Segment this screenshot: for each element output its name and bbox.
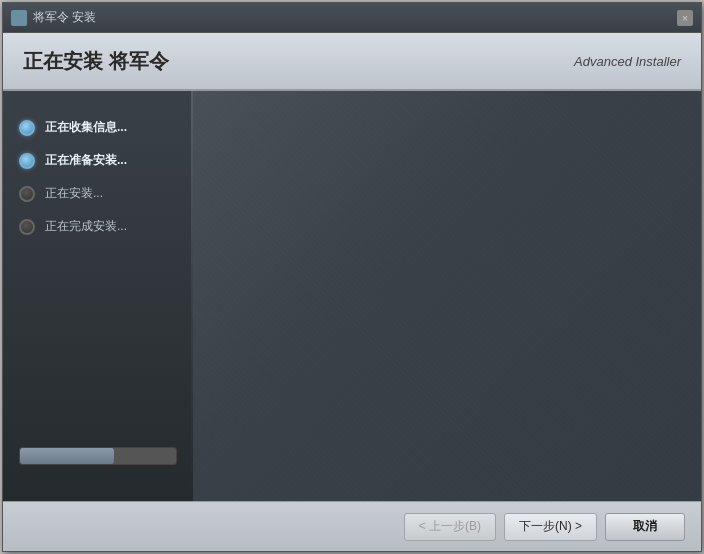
cancel-button[interactable]: 取消 — [605, 513, 685, 541]
progress-bar-container — [19, 447, 177, 465]
main-content: 正在收集信息... 正在准备安装... 正在安装... 正在完成安装... — [3, 91, 701, 501]
brand-label: Advanced Installer — [574, 54, 681, 69]
step-item-collect: 正在收集信息... — [3, 111, 193, 144]
close-button[interactable]: × — [677, 10, 693, 26]
progress-bar-fill — [20, 448, 114, 464]
header: 正在安装 将军令 Advanced Installer — [3, 33, 701, 91]
step-radio-finish — [19, 219, 35, 235]
step-label-prepare: 正在准备安装... — [45, 152, 127, 169]
progress-area — [3, 431, 193, 481]
title-bar: 将军令 安装 × — [3, 3, 701, 33]
step-radio-install — [19, 186, 35, 202]
step-item-prepare: 正在准备安装... — [3, 144, 193, 177]
step-label-install: 正在安装... — [45, 185, 103, 202]
step-radio-prepare — [19, 153, 35, 169]
step-label-collect: 正在收集信息... — [45, 119, 127, 136]
sidebar: 正在收集信息... 正在准备安装... 正在安装... 正在完成安装... — [3, 91, 193, 501]
next-button[interactable]: 下一步(N) > — [504, 513, 597, 541]
app-icon — [11, 10, 27, 26]
content-panel — [193, 91, 701, 501]
installer-window: 将军令 安装 × 正在安装 将军令 Advanced Installer 正在收… — [2, 2, 702, 552]
step-label-finish: 正在完成安装... — [45, 218, 127, 235]
step-item-finish: 正在完成安装... — [3, 210, 193, 243]
footer: < 上一步(B) 下一步(N) > 取消 — [3, 501, 701, 551]
window-title: 将军令 安装 — [33, 9, 96, 26]
title-bar-left: 将军令 安装 — [11, 9, 96, 26]
step-item-install: 正在安装... — [3, 177, 193, 210]
page-title: 正在安装 将军令 — [23, 48, 169, 75]
back-button[interactable]: < 上一步(B) — [404, 513, 496, 541]
step-radio-collect — [19, 120, 35, 136]
